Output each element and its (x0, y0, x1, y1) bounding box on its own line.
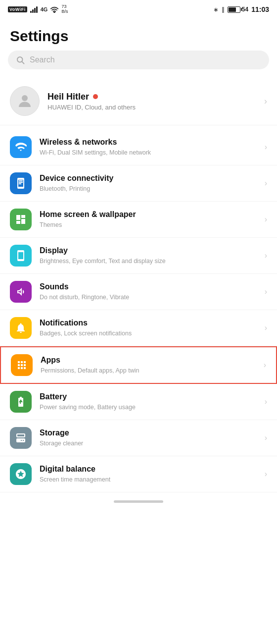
svg-point-3 (22, 95, 28, 101)
notifications-chevron-icon: › (265, 323, 267, 332)
device-connectivity-icon (10, 172, 32, 194)
settings-item-display[interactable]: Display Brightness, Eye comfort, Text an… (0, 238, 277, 274)
person-icon (16, 92, 34, 110)
search-bar[interactable]: Search (8, 51, 269, 69)
apps-icon (11, 354, 33, 376)
display-title: Display (40, 246, 257, 256)
home-subtitle: Themes (40, 221, 257, 229)
signal-bars (30, 6, 38, 13)
device-title: Device connectivity (40, 173, 257, 184)
sounds-title: Sounds (40, 282, 257, 292)
settings-item-apps[interactable]: Apps Permissions, Default apps, App twin… (0, 346, 277, 384)
wireless-title: Wireless & networks (40, 137, 257, 148)
search-placeholder: Search (30, 55, 261, 64)
speed-text: 73B/s (61, 4, 68, 14)
profile-info: Heil Hitler HUAWEI ID, Cloud, and others (47, 92, 256, 111)
display-icon (10, 245, 32, 267)
settings-item-device-connectivity[interactable]: Device connectivity Bluetooth, Printing … (0, 165, 277, 202)
storage-text: Storage Storage cleaner (40, 428, 257, 447)
home-chevron-icon: › (265, 215, 267, 224)
battery-text: Battery Power saving mode, Battery usage (40, 392, 257, 411)
bluetooth-icon: ∗ (213, 6, 219, 13)
vibrate-icon: ‖ (222, 6, 225, 13)
battery-level: 54 (242, 6, 248, 13)
status-bar-left: VoWiFi 4G 73B/s (8, 4, 68, 14)
svg-point-0 (54, 12, 55, 13)
home-title: Home screen & wallpaper (40, 210, 257, 220)
time-display: 11:03 (251, 5, 269, 13)
avatar (10, 86, 40, 116)
notifications-subtitle: Badges, Lock screen notifications (40, 329, 257, 337)
wireless-subtitle: Wi-Fi, Dual SIM settings, Mobile network (40, 149, 257, 157)
notifications-title: Notifications (40, 318, 257, 328)
device-chevron-icon: › (265, 179, 267, 188)
battery-indicator: 54 (228, 6, 248, 13)
wifi-icon (50, 6, 58, 13)
settings-item-wireless[interactable]: Wireless & networks Wi-Fi, Dual SIM sett… (0, 129, 277, 165)
apps-chevron-icon: › (264, 361, 266, 370)
home-screen-icon (10, 209, 32, 230)
digital-balance-text: Digital balance Screen time management (40, 464, 257, 483)
notifications-icon (10, 317, 32, 339)
status-bar-right: ∗ ‖ 54 11:03 (213, 5, 269, 13)
settings-item-home-screen[interactable]: Home screen & wallpaper Themes › (0, 202, 277, 238)
profile-name: Heil Hitler (47, 92, 89, 102)
wireless-chevron-icon: › (265, 143, 267, 152)
settings-item-notifications[interactable]: Notifications Badges, Lock screen notifi… (0, 310, 277, 346)
battery-chevron-icon: › (265, 397, 267, 406)
digital-balance-title: Digital balance (40, 464, 257, 475)
notifications-text: Notifications Badges, Lock screen notifi… (40, 318, 257, 337)
home-text: Home screen & wallpaper Themes (40, 210, 257, 229)
display-chevron-icon: › (265, 251, 267, 260)
display-subtitle: Brightness, Eye comfort, Text and displa… (40, 257, 257, 265)
sounds-icon (10, 281, 32, 303)
settings-item-sounds[interactable]: Sounds Do not disturb, Ringtone, Vibrate… (0, 274, 277, 310)
wireless-icon (10, 136, 32, 158)
search-icon (16, 55, 25, 64)
online-indicator (93, 94, 98, 99)
apps-text: Apps Permissions, Default apps, App twin (41, 355, 256, 375)
page-title: Settings (10, 28, 267, 45)
storage-title: Storage (40, 428, 257, 438)
sounds-chevron-icon: › (265, 287, 267, 296)
settings-item-battery[interactable]: Battery Power saving mode, Battery usage… (0, 384, 277, 420)
display-text: Display Brightness, Eye comfort, Text an… (40, 246, 257, 265)
digital-balance-chevron-icon: › (265, 470, 267, 479)
status-bar: VoWiFi 4G 73B/s ∗ ‖ 54 11:03 (0, 0, 277, 18)
network-type: 4G (41, 6, 48, 12)
home-pill (114, 500, 163, 503)
sounds-subtitle: Do not disturb, Ringtone, Vibrate (40, 293, 257, 301)
vowifi-badge: VoWiFi (8, 6, 27, 12)
storage-chevron-icon: › (265, 433, 267, 442)
device-subtitle: Bluetooth, Printing (40, 185, 257, 193)
storage-icon (10, 427, 32, 449)
battery-title: Battery (40, 392, 257, 402)
settings-item-digital-balance[interactable]: Digital balance Screen time management › (0, 456, 277, 492)
storage-subtitle: Storage cleaner (40, 439, 257, 447)
apps-title: Apps (41, 355, 256, 366)
page-header: Settings (0, 18, 277, 51)
svg-line-2 (22, 61, 24, 63)
sounds-text: Sounds Do not disturb, Ringtone, Vibrate (40, 282, 257, 301)
profile-section[interactable]: Heil Hitler HUAWEI ID, Cloud, and others… (0, 77, 277, 125)
settings-item-storage[interactable]: Storage Storage cleaner › (0, 420, 277, 456)
profile-chevron-icon: › (264, 96, 267, 107)
profile-subtitle: HUAWEI ID, Cloud, and others (47, 104, 256, 111)
settings-list: Wireless & networks Wi-Fi, Dual SIM sett… (0, 129, 277, 492)
bottom-indicator (0, 492, 277, 513)
digital-balance-icon (10, 463, 32, 485)
digital-balance-subtitle: Screen time management (40, 476, 257, 483)
wireless-text: Wireless & networks Wi-Fi, Dual SIM sett… (40, 137, 257, 157)
device-text: Device connectivity Bluetooth, Printing (40, 173, 257, 193)
apps-subtitle: Permissions, Default apps, App twin (41, 367, 256, 375)
battery-icon (10, 391, 32, 413)
battery-subtitle: Power saving mode, Battery usage (40, 403, 257, 411)
